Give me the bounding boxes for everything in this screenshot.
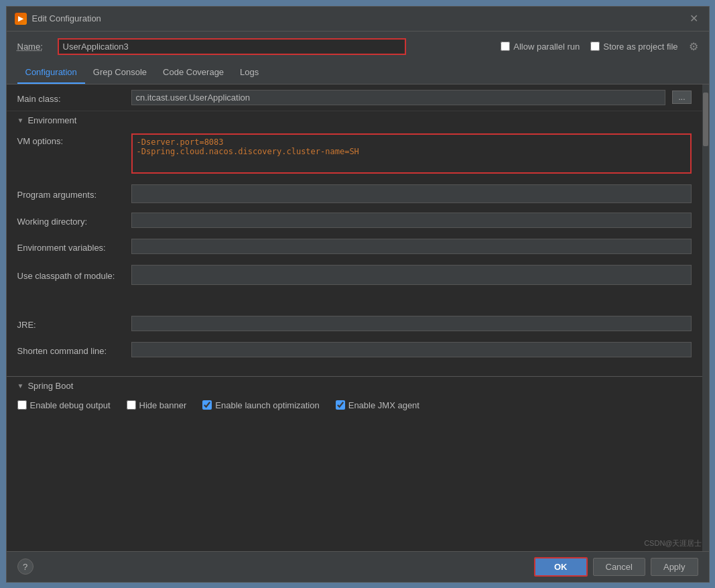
program-args-row: Program arguments:: [7, 180, 702, 207]
bottom-bar: ? OK Cancel Apply: [7, 551, 709, 582]
shorten-input[interactable]: [131, 342, 692, 357]
browse-button[interactable]: ...: [672, 91, 691, 104]
spacer-1: [7, 290, 702, 310]
spring-boot-label: Spring Boot: [27, 381, 73, 391]
main-class-input[interactable]: [131, 90, 666, 105]
name-right-options: Allow parallel run Store as project file…: [501, 40, 698, 53]
program-args-label: Program arguments:: [17, 187, 125, 200]
close-button[interactable]: ✕: [688, 12, 701, 25]
help-button[interactable]: ?: [17, 558, 34, 575]
shorten-label: Shorten command line:: [17, 343, 125, 356]
gear-icon[interactable]: ⚙: [689, 40, 698, 53]
vm-options-textarea[interactable]: -Dserver.port=8083 -Dspring.cloud.nacos.…: [131, 133, 692, 174]
vm-options-label: VM options:: [17, 133, 125, 146]
enable-launch-opt-checkbox[interactable]: [202, 400, 212, 410]
env-vars-label: Environment variables:: [17, 240, 125, 253]
classpath-label: Use classpath of module:: [17, 268, 125, 281]
working-dir-input[interactable]: [131, 213, 692, 228]
spring-boot-section-header[interactable]: ▼ Spring Boot: [7, 376, 702, 395]
classpath-input[interactable]: [131, 265, 692, 285]
enable-jmx-label[interactable]: Enable JMX agent: [336, 400, 419, 410]
store-as-project-file-checkbox[interactable]: [590, 42, 600, 51]
ok-button[interactable]: OK: [534, 557, 588, 577]
apply-button[interactable]: Apply: [651, 558, 698, 576]
title-bar: ▶ Edit Configuration ✕: [7, 7, 709, 32]
vm-options-row: VM options: -Dserver.port=8083 -Dspring.…: [7, 129, 702, 178]
enable-launch-opt-label[interactable]: Enable launch optimization: [202, 400, 319, 410]
spacer-2: [7, 363, 702, 376]
allow-parallel-run-checkbox[interactable]: [501, 42, 510, 51]
app-icon: ▶: [15, 13, 27, 25]
tab-code-coverage[interactable]: Code Coverage: [155, 62, 232, 84]
env-vars-input[interactable]: [131, 239, 692, 254]
tab-configuration[interactable]: Configuration: [17, 62, 85, 84]
environment-section-header[interactable]: ▼ Environment: [7, 111, 702, 129]
working-dir-label: Working directory:: [17, 214, 125, 227]
enable-debug-label[interactable]: Enable debug output: [17, 400, 111, 410]
cancel-button[interactable]: Cancel: [593, 558, 645, 576]
hide-banner-label[interactable]: Hide banner: [127, 400, 187, 410]
env-vars-row: Environment variables:: [7, 233, 702, 259]
store-as-project-file-label[interactable]: Store as project file: [590, 42, 677, 52]
watermark: CSDN@天涯居士: [644, 538, 702, 548]
collapse-triangle: ▼: [17, 117, 24, 124]
content-wrapper: Main class: ... ▼ Environment VM options…: [7, 84, 709, 551]
allow-parallel-run-label[interactable]: Allow parallel run: [501, 42, 580, 52]
jre-input[interactable]: [131, 316, 692, 331]
shorten-command-line-row: Shorten command line:: [7, 337, 702, 363]
main-class-row: Main class: ...: [7, 84, 702, 111]
form-area: Main class: ... ▼ Environment VM options…: [7, 84, 702, 551]
name-input[interactable]: [58, 38, 406, 55]
jre-label: JRE:: [17, 317, 125, 330]
spring-boot-options: Enable debug output Hide banner Enable l…: [7, 395, 702, 416]
name-label: Name:: [17, 42, 51, 52]
tab-grep-console[interactable]: Grep Console: [85, 62, 155, 84]
jre-row: JRE:: [7, 310, 702, 337]
hide-banner-checkbox[interactable]: [127, 400, 136, 410]
scrollbar-thumb[interactable]: [703, 93, 708, 146]
enable-debug-checkbox[interactable]: [17, 400, 27, 410]
tabs-bar: Configuration Grep Console Code Coverage…: [7, 62, 709, 84]
edit-configuration-dialog: ▶ Edit Configuration ✕ Name: Allow paral…: [6, 6, 710, 583]
name-row: Name: Allow parallel run Store as projec…: [7, 32, 709, 62]
dialog-title: Edit Configuration: [32, 13, 682, 23]
working-dir-row: Working directory:: [7, 207, 702, 233]
program-args-input[interactable]: [131, 184, 692, 203]
classpath-row: Use classpath of module:: [7, 259, 702, 290]
tab-logs[interactable]: Logs: [232, 62, 267, 84]
enable-jmx-checkbox[interactable]: [336, 400, 345, 410]
scrollbar[interactable]: [702, 84, 709, 551]
main-class-label: Main class:: [17, 91, 125, 104]
spring-boot-triangle: ▼: [17, 382, 24, 390]
